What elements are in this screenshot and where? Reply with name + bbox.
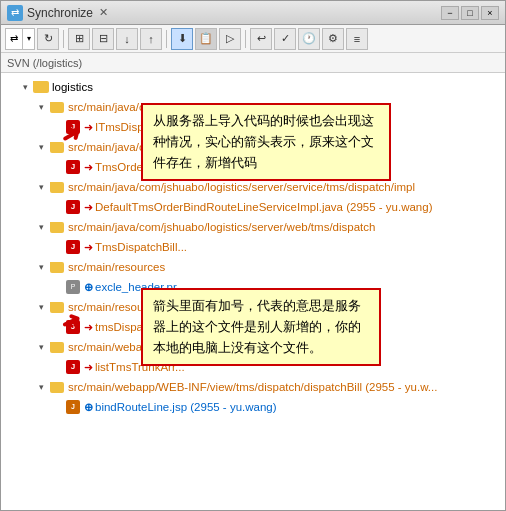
folder-icon: [49, 339, 65, 355]
folder-icon: [49, 99, 65, 115]
tree-item-label: bindRouteLine.jsp (2955 - yu.wang): [95, 398, 277, 416]
separator-1: [63, 30, 64, 48]
tree-container: ▾ logistics ▾ src/main/java/com J: [1, 73, 505, 510]
java-file-icon: J: [65, 359, 81, 375]
revert-button[interactable]: ↩: [250, 28, 272, 50]
java-file-icon: J: [65, 199, 81, 215]
svn-modified-arrow: ➜: [84, 118, 93, 136]
maximize-button[interactable]: □: [461, 6, 479, 20]
prev-diff-button[interactable]: ↑: [140, 28, 162, 50]
tooltip-2-text: 箭头里面有加号，代表的意思是服务器上的这个文件是别人新增的，你的本地的电脑上没有…: [153, 298, 361, 355]
expand-root[interactable]: ▾: [17, 79, 33, 95]
tooltip-2: 箭头里面有加号，代表的意思是服务器上的这个文件是别人新增的，你的本地的电脑上没有…: [141, 288, 381, 366]
svn-arrow: ➜: [84, 238, 93, 256]
update-button[interactable]: ⬇: [171, 28, 193, 50]
svn-arrow: ➜: [84, 158, 93, 176]
svn-arrow: ➜: [84, 358, 93, 376]
expand-icon[interactable]: ▾: [33, 339, 49, 355]
tab-close[interactable]: ✕: [99, 6, 108, 19]
separator-2: [166, 30, 167, 48]
expand-icon[interactable]: ▾: [33, 299, 49, 315]
tree-item-label: src/main/resources: [68, 258, 165, 276]
sync-mode-btn[interactable]: ⇄: [6, 29, 22, 49]
breadcrumb: SVN (/logistics): [1, 53, 505, 73]
list-item[interactable]: J ➜ DefaultTmsOrderBindRouteLineServiceI…: [1, 197, 505, 217]
next-diff-button[interactable]: ↓: [116, 28, 138, 50]
expand-icon[interactable]: ▾: [33, 219, 49, 235]
tree-item-label: DefaultTmsOrderBindRouteLineServiceImpl.…: [95, 198, 433, 216]
tooltip-1-text: 从服务器上导入代码的时候也会出现这种情况，实心的箭头表示，原来这个文件存在，新增…: [153, 113, 374, 170]
properties-file-icon: P: [65, 279, 81, 295]
tree-item-label: src/main/webapp/WEB-INF/view/tms/dispatc…: [68, 378, 437, 396]
properties-button[interactable]: ⚙: [322, 28, 344, 50]
separator-3: [245, 30, 246, 48]
history-button[interactable]: 🕐: [298, 28, 320, 50]
list-item[interactable]: ▾ src/main/java/com/jshuabo/logistics/se…: [1, 217, 505, 237]
expand-icon[interactable]: ▾: [33, 179, 49, 195]
refresh-button[interactable]: ↻: [37, 28, 59, 50]
list-item[interactable]: J ➜ TmsDispatchBill...: [1, 237, 505, 257]
svn-arrow: ➜: [84, 198, 93, 216]
window-title: Synchronize: [27, 6, 93, 20]
expand-icon[interactable]: ▾: [33, 259, 49, 275]
breadcrumb-text: SVN (/logistics): [7, 57, 82, 69]
merge-button[interactable]: ▷: [219, 28, 241, 50]
tree-root[interactable]: ▾ logistics: [1, 77, 505, 97]
svn-add-arrow: ⊕: [84, 278, 93, 296]
expand-icon[interactable]: ▾: [33, 139, 49, 155]
toolbar-dropdown-1[interactable]: ⇄ ▾: [5, 28, 35, 50]
folder-icon: [49, 179, 65, 195]
expand-icon[interactable]: ▾: [33, 379, 49, 395]
expand-all-button[interactable]: ⊞: [68, 28, 90, 50]
title-bar: ⇄ Synchronize ✕ − □ ×: [1, 1, 505, 25]
window-controls: − □ ×: [441, 6, 499, 20]
svn-arrow: ➜: [84, 318, 93, 336]
folder-icon: [49, 219, 65, 235]
minimize-button[interactable]: −: [441, 6, 459, 20]
tree-item-label: src/main/java/com/jshuabo/logistics/serv…: [68, 218, 375, 236]
list-item[interactable]: ▾ src/main/webapp/WEB-INF/view/tms/dispa…: [1, 377, 505, 397]
window-icon: ⇄: [7, 5, 23, 21]
list-item[interactable]: J ⊕ bindRouteLine.jsp (2955 - yu.wang): [1, 397, 505, 417]
folder-icon: [49, 259, 65, 275]
collapse-all-button[interactable]: ⊟: [92, 28, 114, 50]
list-item[interactable]: ▾ src/main/resources: [1, 257, 505, 277]
main-window: ⇄ Synchronize ✕ − □ × ⇄ ▾ ↻ ⊞ ⊟ ↓ ↑ ⬇ 📋 …: [0, 0, 506, 511]
sync-mode-arrow[interactable]: ▾: [22, 29, 34, 49]
svn-add-arrow: ⊕: [84, 398, 93, 416]
extra-button[interactable]: ≡: [346, 28, 368, 50]
expand-icon[interactable]: ▾: [33, 99, 49, 115]
java-file-icon: J: [65, 239, 81, 255]
commit-button[interactable]: 📋: [195, 28, 217, 50]
tooltip-1: 从服务器上导入代码的时候也会出现这种情况，实心的箭头表示，原来这个文件存在，新增…: [141, 103, 391, 181]
resolve-button[interactable]: ✓: [274, 28, 296, 50]
java-file-icon: J: [65, 159, 81, 175]
jsp-file-icon: J: [65, 399, 81, 415]
title-bar-left: ⇄ Synchronize ✕: [7, 5, 108, 21]
root-label: logistics: [52, 78, 93, 96]
close-button[interactable]: ×: [481, 6, 499, 20]
toolbar: ⇄ ▾ ↻ ⊞ ⊟ ↓ ↑ ⬇ 📋 ▷ ↩ ✓ 🕐 ⚙ ≡: [1, 25, 505, 53]
tree-item-label: TmsDispatchBill...: [95, 238, 187, 256]
folder-icon: [33, 79, 49, 95]
folder-icon: [49, 379, 65, 395]
